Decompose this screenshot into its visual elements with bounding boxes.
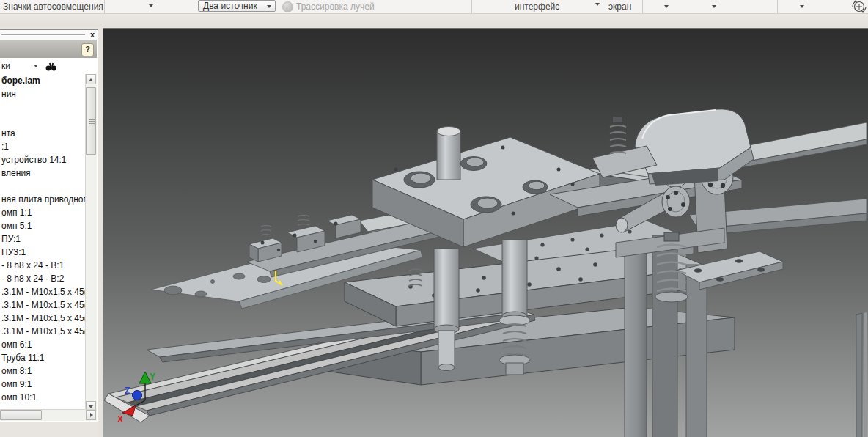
tree-item[interactable]: вления <box>0 166 86 180</box>
arrow-right-icon <box>90 413 93 417</box>
two-sources-label: Два источник <box>203 1 257 11</box>
tree-item[interactable]: .3.1М - М10x1,5 x 45(1) <box>0 285 86 298</box>
model-tree[interactable]: боре.iam ния нта :1 устройство 14:1 влен… <box>0 74 86 411</box>
browser-header-band: ? <box>0 40 97 59</box>
tree-item <box>0 100 86 114</box>
horizontal-scrollbar[interactable] <box>0 409 97 421</box>
scrollbar-thumb[interactable] <box>0 410 42 420</box>
tree-item[interactable]: .3.1М - М10x1,5 x 45(1) <box>0 312 86 325</box>
tree-item[interactable]: омп 10:1 <box>0 391 86 404</box>
tree-item <box>0 114 86 127</box>
tree-item[interactable]: устройство 14:1 <box>0 153 86 166</box>
chevron-down-icon[interactable] <box>149 4 153 7</box>
tree-item[interactable]: омп 1:1 <box>0 206 86 219</box>
axis-y-label: Y <box>150 372 155 382</box>
separator <box>471 0 472 13</box>
right-edge-member <box>856 312 867 437</box>
ribbon-panel-labels: димость Представление модели Окна Навига… <box>0 13 868 27</box>
autoalign-label[interactable]: Значки автосовмещения <box>3 1 103 12</box>
drag-handle[interactable] <box>1 34 85 36</box>
screen-button-label[interactable]: экран <box>608 1 631 12</box>
tree-item[interactable]: ния <box>0 87 86 100</box>
ray-tracing-label: Трассировка лучей <box>296 1 375 12</box>
axis-z-label: Z <box>125 386 130 396</box>
axis-x-label: X <box>117 414 123 425</box>
tree-item[interactable]: .3.1М - М10x1,5 x 45(1) <box>0 298 86 312</box>
tree-item[interactable]: омп 6:1 <box>0 338 86 351</box>
tree-item[interactable]: омп 9:1 <box>0 378 86 391</box>
chevron-down-icon <box>267 5 271 8</box>
tree-item[interactable]: нта <box>0 127 86 140</box>
vertical-scrollbar[interactable] <box>85 74 97 411</box>
two-sources-dropdown[interactable]: Два источник <box>198 0 276 12</box>
ribbon-row-controls: Значки автосовмещения Два источник Трасс… <box>0 0 868 13</box>
chevron-down-icon[interactable] <box>712 5 716 8</box>
separator <box>642 0 643 13</box>
ribbon: Значки автосовмещения Два источник Трасс… <box>0 0 868 27</box>
tree-item[interactable]: омп 5:1 <box>0 219 86 232</box>
tree-item[interactable]: ПУ:1 <box>0 232 86 246</box>
interface-button-label[interactable]: интерфейс <box>515 1 559 12</box>
tree-item[interactable]: ПУЗ:1 <box>0 246 86 259</box>
tree-item[interactable]: омп 8:1 <box>0 364 86 378</box>
tree-item[interactable]: - 8 h8 x 24 - В:2 <box>0 272 86 285</box>
browser-filter-label[interactable]: ки <box>1 61 10 71</box>
ray-tracing-icon <box>282 1 293 12</box>
top-cylinder <box>437 127 460 180</box>
scroll-up-button[interactable] <box>86 74 96 84</box>
chevron-down-icon[interactable] <box>664 5 669 8</box>
separator <box>104 0 105 13</box>
close-icon[interactable]: x <box>90 30 95 39</box>
scrollbar-thumb[interactable] <box>86 87 96 155</box>
help-icon[interactable]: ? <box>81 43 94 56</box>
tree-item[interactable]: Труба 11:1 <box>0 351 86 364</box>
tree-item[interactable]: - 8 h8 x 24 - В:1 <box>0 259 86 272</box>
tree-item[interactable]: .3.1М - М10x1,5 x 45(1) <box>0 325 86 338</box>
chevron-down-icon[interactable] <box>595 3 600 6</box>
tree-item[interactable]: ная плита приводного у <box>0 193 86 206</box>
chevron-down-icon[interactable] <box>800 5 804 8</box>
browser-title-bar[interactable]: x <box>0 30 97 40</box>
arrow-down-icon <box>89 405 93 408</box>
tree-item <box>0 180 86 193</box>
tree-item[interactable]: :1 <box>0 140 86 153</box>
model-browser-panel: x ? ки боре.iam ния нта :1 устройство 14… <box>0 29 98 422</box>
tree-item[interactable]: боре.iam <box>0 74 86 87</box>
find-icon[interactable] <box>45 61 57 74</box>
browser-filter-row: ки <box>0 58 97 74</box>
orbit-icon[interactable] <box>850 0 868 13</box>
arrow-up-icon <box>89 78 93 81</box>
chevron-down-icon[interactable] <box>34 65 38 67</box>
viewport-3d[interactable]: Y Z X <box>103 28 868 437</box>
viewport-3d-model[interactable]: Y Z X <box>103 29 868 437</box>
separator <box>777 0 778 13</box>
scroll-right-button[interactable] <box>86 410 96 420</box>
